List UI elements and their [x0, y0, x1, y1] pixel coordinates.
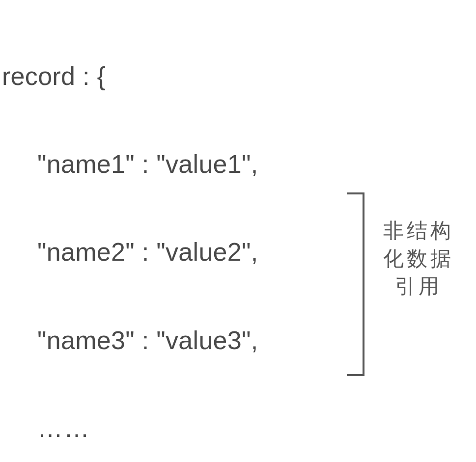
annotation-label: 非结构 化数据 引用: [383, 217, 454, 300]
code-line-1: record : {: [2, 62, 476, 91]
annotation-line-3: 引用: [383, 272, 454, 300]
right-bracket-icon: [347, 192, 366, 376]
code-line-5-ellipsis: ……: [2, 414, 476, 443]
code-line-2: "name1" : "value1",: [2, 150, 476, 179]
code-line-4: "name3" : "value3",: [2, 326, 476, 355]
annotation-line-2: 化数据: [383, 245, 454, 273]
annotation-line-1: 非结构: [383, 217, 454, 245]
page-container: record : { "name1" : "value1", "name2" :…: [0, 0, 476, 462]
